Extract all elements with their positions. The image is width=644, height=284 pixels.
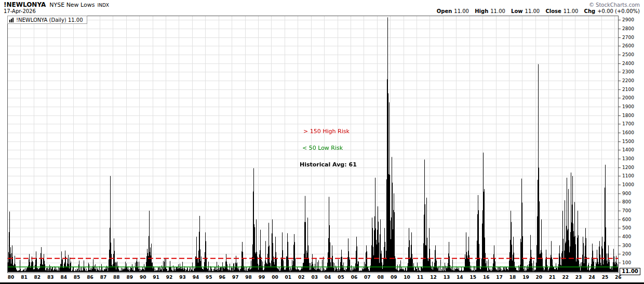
y-axis-label: 2200 (619, 78, 634, 83)
x-axis: 8081828384858687888990919293949596979899… (0, 275, 644, 282)
y-axis-label: 2800 (619, 26, 634, 31)
y-axis-tick (619, 202, 621, 202)
high-value: 11.00 (490, 8, 505, 14)
y-axis-tick (619, 254, 621, 254)
y-axis-label: 1200 (619, 165, 634, 170)
x-axis-label: 99 (256, 275, 268, 280)
y-axis-tick (619, 81, 621, 81)
y-axis-tick (619, 246, 621, 246)
index-name-label: NYSE New Lows (49, 2, 95, 8)
low-risk-annotation: < 50 Low Risk (302, 145, 343, 151)
x-axis-label: 22 (559, 275, 572, 280)
y-axis-tick (619, 167, 621, 168)
chart-date-label: 17-Apr-2026 (4, 8, 36, 14)
y-axis-label: 1100 (619, 173, 634, 178)
x-axis-label: 89 (124, 275, 136, 280)
open-value: 11.00 (454, 8, 469, 14)
y-axis-label: 200 (619, 251, 631, 256)
x-axis-label: 93 (176, 275, 189, 280)
y-axis-tick (619, 237, 621, 237)
x-axis-label: 25 (599, 275, 611, 280)
x-axis-label: 05 (335, 275, 347, 280)
x-axis-label: 02 (295, 275, 307, 280)
y-axis-label: 1900 (619, 104, 634, 109)
y-axis-tick (619, 63, 621, 64)
x-axis-label: 90 (137, 275, 149, 280)
x-axis-label: 97 (229, 275, 242, 280)
x-axis-label: 85 (71, 275, 83, 280)
y-axis-label: 2700 (619, 35, 634, 40)
legend-chart-icon (9, 18, 14, 22)
y-axis-tick (619, 220, 621, 220)
x-axis-label: 03 (308, 275, 321, 280)
x-axis-label: 21 (546, 275, 558, 280)
y-axis-tick (619, 176, 621, 176)
header-row-1: !NEWLONYA NYSE New Lows INDX © StockChar… (0, 1, 644, 8)
y-axis-label: 700 (619, 208, 631, 213)
y-axis-label: 1700 (619, 121, 634, 126)
x-axis-label: 11 (414, 275, 426, 280)
x-axis-label: 86 (84, 275, 97, 280)
y-axis-label: 1800 (619, 113, 634, 118)
header-title-group: !NEWLONYA NYSE New Lows INDX (4, 1, 109, 8)
y-axis-label: 900 (619, 191, 631, 196)
chg-value: +0.00 (+0.00%) (597, 8, 640, 14)
chart-legend: !NEWLONYA (Daily) 11.00 (7, 16, 87, 24)
x-axis-label: 04 (321, 275, 334, 280)
y-axis-label: 2100 (619, 87, 634, 92)
x-axis-label: 12 (427, 275, 439, 280)
high-label: High (475, 8, 488, 14)
y-axis-tick (619, 89, 621, 90)
y-axis: 1002003004005006007008009001000110012001… (619, 16, 643, 273)
x-axis-label: 80 (5, 275, 17, 280)
y-axis-tick (619, 72, 621, 72)
x-axis-label: 88 (110, 275, 123, 280)
y-axis-tick (619, 228, 621, 228)
x-axis-label: 82 (31, 275, 44, 280)
x-axis-label: 19 (519, 275, 532, 280)
y-axis-tick (619, 185, 621, 185)
y-axis-label: 800 (619, 199, 631, 204)
symbol-label: !NEWLONYA (4, 1, 46, 8)
x-axis-label: 24 (586, 275, 598, 280)
last-price-label: 11.00 (620, 268, 640, 275)
y-axis-label: 2900 (619, 17, 634, 22)
y-axis-label: 2400 (619, 61, 634, 66)
x-axis-label: 00 (269, 275, 281, 280)
y-axis-label: 2600 (619, 43, 634, 48)
close-value: 11.00 (564, 8, 579, 14)
y-axis-label: 2300 (619, 69, 634, 74)
legend-label: !NEWLONYA (Daily) 11.00 (16, 17, 83, 23)
x-axis-label: 91 (150, 275, 163, 280)
x-axis-label: 18 (506, 275, 519, 280)
x-axis-label: 10 (401, 275, 413, 280)
y-axis-label: 2000 (619, 95, 634, 100)
x-axis-label: 96 (216, 275, 229, 280)
x-axis-label: 16 (480, 275, 492, 280)
y-axis-label: 100 (619, 260, 631, 265)
index-type-label: INDX (98, 3, 109, 8)
y-axis-label: 300 (619, 243, 631, 248)
y-axis-tick (619, 29, 621, 29)
x-axis-label: 98 (243, 275, 255, 280)
y-axis-tick (619, 159, 621, 159)
x-axis-label: 87 (97, 275, 110, 280)
y-axis-label: 600 (619, 217, 631, 222)
x-axis-label: 06 (348, 275, 360, 280)
y-axis-label: 1000 (619, 182, 634, 187)
y-axis-label: 1400 (619, 147, 634, 152)
y-axis-tick (619, 107, 621, 107)
close-label: Close (545, 8, 561, 14)
header-row-2: 17-Apr-2026 Open11.00 High11.00 Low11.00… (0, 8, 644, 14)
y-axis-tick (619, 115, 621, 116)
low-label: Low (511, 8, 522, 14)
y-axis-label: 1300 (619, 156, 634, 161)
open-label: Open (437, 8, 452, 14)
x-axis-label: 94 (190, 275, 202, 280)
y-axis-tick (619, 98, 621, 98)
y-axis-tick (619, 133, 621, 133)
copyright-label: © StockCharts.com (589, 2, 640, 8)
x-axis-label: 09 (387, 275, 400, 280)
low-value: 11.00 (525, 8, 540, 14)
y-axis-label: 400 (619, 234, 631, 239)
